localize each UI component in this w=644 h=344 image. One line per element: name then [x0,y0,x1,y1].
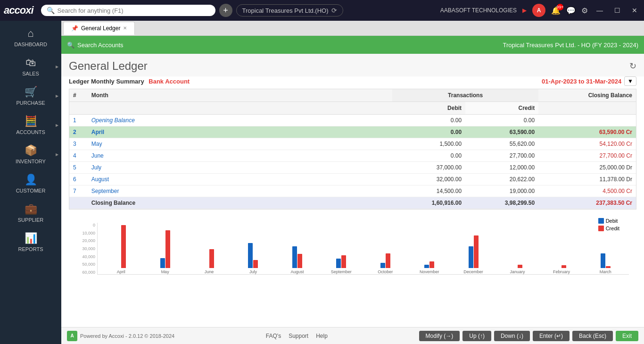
notification-badge: 99+ [557,4,563,10]
modify-button[interactable]: Modify (→) [419,331,460,341]
green-header: 🔍 Search Accounts Tropical Treasures Pvt… [61,36,644,54]
search-accounts-btn[interactable]: 🔍 Search Accounts [67,42,124,49]
month-bars-december [469,216,479,268]
month-group-april: April [99,216,142,274]
legend-debit-color [598,218,604,224]
table-row[interactable]: 5July37,000.0012,000.0025,000.00 Dr [69,162,636,174]
faqs-link[interactable]: FAQ's [266,333,281,339]
sidebar-item-label: INVENTORY [16,159,46,164]
sidebar-item-accounts[interactable]: 🧮 ACCOUNTS [0,110,61,140]
page-refresh-button[interactable]: ↻ [629,61,636,71]
credit-bar [429,261,434,268]
chat-icon[interactable]: 💬 [566,6,576,15]
user-avatar[interactable]: A [532,4,545,17]
y-label-1: 10,000 [76,231,95,235]
exit-button[interactable]: Exit [616,331,638,341]
tab-general-ledger[interactable]: 📌 General Ledger ✕ [63,22,135,35]
sidebar-item-reports[interactable]: 📊 REPORTS [0,227,61,257]
y-label-2: 20,000 [76,238,95,243]
maximize-button[interactable]: ☐ [611,6,623,15]
month-group-february: February [540,216,583,274]
table-row-month[interactable]: July [88,162,392,174]
debit-bar [336,259,341,268]
help-link[interactable]: Help [316,333,328,339]
settings-icon[interactable]: ⚙ [581,6,588,15]
tab-bar: 📌 General Ledger ✕ [61,21,644,36]
filter-button[interactable]: ▼ [624,76,636,86]
search-accounts-label: Search Accounts [77,42,124,49]
table-row-month[interactable]: September [88,185,392,197]
ledger-summary-info: Ledger Monthly Summary Bank Account [69,78,190,85]
powered-by: Powered by Accoxi - 2.0.12 © 2018-2024 [80,333,174,339]
company-selector[interactable]: Tropical Treasures Pvt Ltd.(HO) ⟳ [236,4,343,17]
up-button[interactable]: Up (↑) [462,331,491,341]
search-box[interactable]: 🔍 [41,5,215,16]
y-label-0: 0 [76,223,95,227]
page-title: General Ledger [69,59,148,73]
date-range: 01-Apr-2023 to 31-Mar-2024 ▼ [542,76,636,86]
support-link[interactable]: Support [289,333,308,339]
search-input[interactable] [58,7,210,14]
table-row-debit: 0.00 [392,115,465,126]
table-container[interactable]: # Month Transactions Closing Balance Deb… [69,89,636,210]
sidebar-item-sales[interactable]: 🛍 SALES [0,52,61,81]
month-label: August [290,269,304,274]
table-row-num: 3 [69,138,88,150]
add-button[interactable]: + [219,4,232,17]
month-bars-february [556,216,566,268]
table-row-num: 4 [69,150,88,162]
table-row-num: 5 [69,162,88,174]
y-label-4: 40,000 [76,254,95,259]
table-row[interactable]: 3May1,500.0055,620.0054,120.00 Cr [69,138,636,150]
table-row-month[interactable]: June [88,150,392,162]
month-group-january: January [496,216,539,274]
org-arrow: ▶ [522,7,527,14]
sidebar-item-dashboard[interactable]: ⌂ DASHBOARD [0,23,61,52]
sidebar-item-customer[interactable]: 👤 CUSTOMER [0,169,61,198]
sidebar-item-label: SUPPLIER [18,217,43,223]
credit-bar [561,265,566,268]
app-logo: accoxi [4,4,33,17]
table-row-closing: 4,500.00 Cr [538,185,636,197]
org-name: AABASOFT TECHNOLOGIES [440,7,517,14]
right-controls: AABASOFT TECHNOLOGIES ▶ A 🔔 99+ 💬 ⚙ — ☐ … [440,4,640,17]
notifications-icon[interactable]: 🔔 99+ [551,6,561,15]
enter-button[interactable]: Enter (↵) [533,331,570,341]
month-group-december: December [452,216,495,274]
sidebar-item-purchase[interactable]: 🛒 PURCHASE [0,81,61,110]
month-group-august: August [276,216,319,274]
table-row[interactable]: 4June0.0027,700.0027,700.00 Cr [69,150,636,162]
table-row[interactable]: 2April0.0063,590.0063,590.00 Cr [69,126,636,138]
ledger-account-name: Bank Account [149,78,190,85]
col-closing: Closing Balance [538,89,636,102]
col-hash: # [69,89,88,102]
tab-close-icon[interactable]: ✕ [123,25,127,31]
table-row[interactable]: 1Opening Balance0.000.00 [69,115,636,126]
down-button[interactable]: Down (↓) [494,331,530,341]
month-bars-september [336,216,346,268]
accounts-icon: 🧮 [25,115,37,127]
table-row[interactable]: 7September14,500.0019,000.004,500.00 Cr [69,185,636,197]
footer-logo: A [67,331,77,341]
back-button[interactable]: Back (Esc) [572,331,613,341]
table-row[interactable]: 6August32,000.0020,622.0011,378.00 Dr [69,174,636,185]
table-row-month[interactable]: April [88,126,392,138]
table-row-month[interactable]: May [88,138,392,150]
table-row-num: 6 [69,174,88,185]
sidebar-item-supplier[interactable]: 💼 SUPPLIER [0,198,61,227]
credit-bar [386,253,390,268]
minimize-button[interactable]: — [594,6,606,15]
col-hash-sub [69,102,88,115]
close-button[interactable]: ✕ [629,6,640,15]
table-row-month[interactable]: August [88,174,392,185]
table-row-credit: 0.00 [465,115,538,126]
footer-right: Modify (→) Up (↑) Down (↓) Enter (↵) Bac… [419,331,638,341]
sidebar-item-inventory[interactable]: 📦 INVENTORY [0,140,61,169]
tab-label: General Ledger [81,25,120,32]
credit-bar [341,255,346,268]
month-group-november: November [408,216,451,274]
month-bars-august [292,216,302,268]
col-credit: Credit [465,102,538,115]
footer-left: A Powered by Accoxi - 2.0.12 © 2018-2024 [67,331,174,341]
table-row-debit: 0.00 [392,150,465,162]
